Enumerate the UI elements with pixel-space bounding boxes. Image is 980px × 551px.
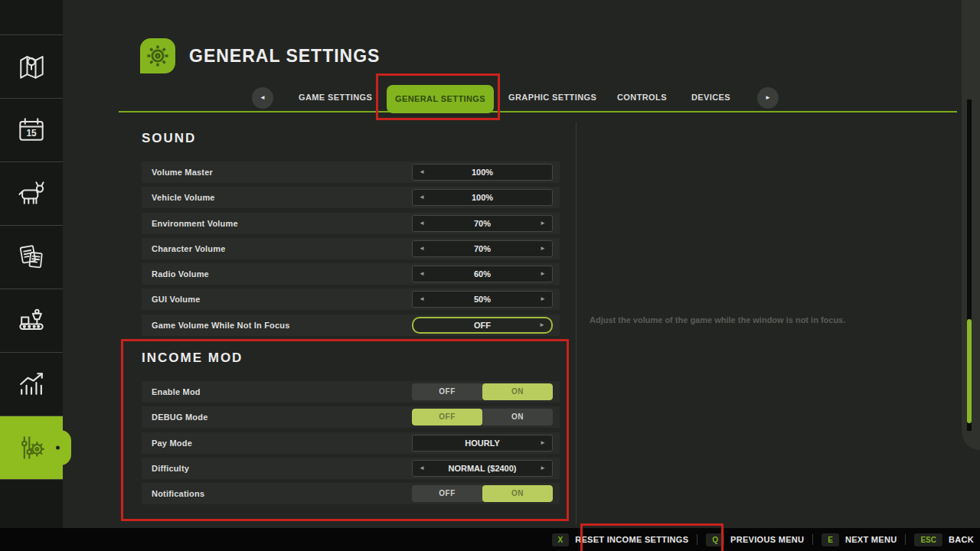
value-stepper-vehicle-volume[interactable]: ◄100% xyxy=(412,189,553,206)
key-badge-esc: ESC xyxy=(914,533,942,546)
sidebar-item-calendar[interactable]: 15 xyxy=(0,99,63,162)
tab-game-settings[interactable]: GAME SETTINGS xyxy=(299,93,372,102)
toggle-option-off[interactable]: OFF xyxy=(412,383,482,400)
footer-separator xyxy=(812,534,813,545)
footer-action-previous-menu[interactable]: QPREVIOUS MENU xyxy=(706,533,804,546)
calendar-day-number: 15 xyxy=(26,128,37,139)
setting-label: Vehicle Volume xyxy=(152,187,215,208)
value-stepper-difficulty[interactable]: ◄NORMAL ($2400)► xyxy=(412,460,553,477)
toggle-option-on[interactable]: ON xyxy=(482,485,553,502)
setting-row-notifications: NotificationsOFFON xyxy=(142,483,560,504)
setting-row-radio-volume: Radio Volume◄60%► xyxy=(142,263,560,285)
toggle-option-off[interactable]: OFF xyxy=(412,485,482,502)
setting-row-environment-volume: Environment Volume◄70%► xyxy=(142,213,560,234)
setting-label: Difficulty xyxy=(152,458,189,479)
tab-underline xyxy=(119,111,957,112)
sidebar-item-contracts[interactable] xyxy=(0,226,63,289)
setting-label: Pay Mode xyxy=(152,432,192,454)
income-mod-settings-list: Enable ModOFFONDEBUG ModeOFFONPay ModeHO… xyxy=(142,381,560,508)
key-badge-q: Q xyxy=(706,533,724,546)
setting-label: DEBUG Mode xyxy=(152,406,208,428)
footer-action-back[interactable]: ESCBACK xyxy=(914,533,974,546)
tab-controls[interactable]: CONTROLS xyxy=(617,93,667,102)
sidebar-item-animals[interactable] xyxy=(0,162,63,226)
setting-value: NORMAL ($2400) xyxy=(413,461,552,476)
footer-action-label: BACK xyxy=(949,535,974,544)
increase-arrow-icon[interactable]: ► xyxy=(540,216,546,231)
panel-divider xyxy=(576,122,577,524)
setting-row-game-volume-while-not-in-focus: Game Volume While Not In FocusOFF► xyxy=(142,315,560,336)
footer-separator xyxy=(697,534,697,545)
increase-arrow-icon[interactable]: ► xyxy=(540,266,546,282)
tabs-next-button[interactable]: ► xyxy=(757,87,779,109)
setting-value: 70% xyxy=(413,241,552,256)
footer-action-label: NEXT MENU xyxy=(845,535,897,544)
animals-icon xyxy=(15,177,48,210)
gear-icon xyxy=(140,38,175,73)
scrollbar-thumb[interactable] xyxy=(967,319,972,423)
setting-row-enable-mod: Enable ModOFFON xyxy=(142,381,560,403)
sidebar-item-production[interactable] xyxy=(0,289,63,353)
mod-settings-icon xyxy=(15,431,48,465)
setting-value: 100% xyxy=(413,190,552,205)
map-icon xyxy=(15,50,48,83)
setting-row-vehicle-volume: Vehicle Volume◄100% xyxy=(142,187,560,208)
setting-row-volume-master: Volume Master◄100% xyxy=(142,161,560,183)
key-badge-e: E xyxy=(822,533,839,546)
setting-label: Volume Master xyxy=(152,161,213,183)
section-title-sound: SOUND xyxy=(142,131,196,146)
contracts-icon xyxy=(15,240,48,274)
tabs-prev-button[interactable]: ◄ xyxy=(252,87,273,109)
toggle-option-on[interactable]: ON xyxy=(482,409,553,425)
footer-actions: XRESET INCOME SETTINGSQPREVIOUS MENUENEX… xyxy=(552,528,974,551)
value-stepper-radio-volume[interactable]: ◄60%► xyxy=(412,266,553,282)
increase-arrow-icon[interactable]: ► xyxy=(540,292,546,307)
toggle-enable-mod: OFFON xyxy=(412,383,553,400)
toggle-option-on[interactable]: ON xyxy=(482,383,553,400)
value-stepper-environment-volume[interactable]: ◄70%► xyxy=(412,215,553,232)
sidebar-item-statistics[interactable] xyxy=(0,353,63,416)
footer-action-next-menu[interactable]: ENEXT MENU xyxy=(822,533,897,546)
tab-general-settings[interactable]: GENERAL SETTINGS xyxy=(387,85,494,113)
footer-action-reset-income-settings[interactable]: XRESET INCOME SETTINGS xyxy=(552,533,689,546)
footer-bar: XRESET INCOME SETTINGSQPREVIOUS MENUENEX… xyxy=(0,528,980,551)
increase-arrow-icon[interactable]: ► xyxy=(540,461,546,476)
increase-arrow-icon[interactable]: ► xyxy=(540,241,546,256)
increase-arrow-icon[interactable]: ► xyxy=(539,318,545,332)
setting-label: Game Volume While Not In Focus xyxy=(152,315,290,336)
setting-label: Radio Volume xyxy=(152,263,209,285)
sidebar: 15 xyxy=(0,0,63,551)
chevron-right-icon: ► xyxy=(765,94,771,101)
setting-row-character-volume: Character Volume◄70%► xyxy=(142,238,560,259)
production-icon xyxy=(15,304,48,337)
sidebar-spacer xyxy=(0,0,63,35)
setting-label: Character Volume xyxy=(152,238,226,259)
setting-value: 100% xyxy=(413,165,552,180)
tab-graphic-settings[interactable]: GRAPHIC SETTINGS xyxy=(508,93,596,102)
increase-arrow-icon[interactable]: ► xyxy=(540,435,546,451)
page-title: GENERAL SETTINGS xyxy=(189,46,380,67)
sidebar-item-mod-settings[interactable] xyxy=(0,416,63,480)
value-stepper-volume-master[interactable]: ◄100% xyxy=(412,164,553,181)
footer-separator xyxy=(905,534,906,545)
value-stepper-character-volume[interactable]: ◄70%► xyxy=(412,240,553,257)
sidebar-item-map[interactable] xyxy=(0,35,63,99)
setting-value: 70% xyxy=(413,216,552,231)
tab-devices[interactable]: DEVICES xyxy=(691,93,730,102)
value-stepper-gui-volume[interactable]: ◄50%► xyxy=(412,291,553,308)
value-stepper-game-volume-while-not-in-focus[interactable]: OFF► xyxy=(412,317,553,334)
setting-label: GUI Volume xyxy=(152,289,201,310)
footer-action-label: RESET INCOME SETTINGS xyxy=(575,535,688,544)
setting-row-gui-volume: GUI Volume◄50%► xyxy=(142,289,560,310)
toggle-debug-mode: OFFON xyxy=(412,409,553,425)
chevron-left-icon: ◄ xyxy=(260,94,266,101)
toggle-option-off[interactable]: OFF xyxy=(412,409,482,425)
setting-value: 50% xyxy=(413,292,552,307)
setting-value: 60% xyxy=(413,266,552,282)
value-stepper-pay-mode[interactable]: HOURLY► xyxy=(412,435,553,452)
setting-row-difficulty: Difficulty◄NORMAL ($2400)► xyxy=(142,458,560,479)
setting-row-debug-mode: DEBUG ModeOFFON xyxy=(142,406,560,428)
active-tab-dot xyxy=(56,446,60,450)
setting-label: Environment Volume xyxy=(152,213,238,234)
section-title-income-mod: INCOME MOD xyxy=(142,350,243,366)
